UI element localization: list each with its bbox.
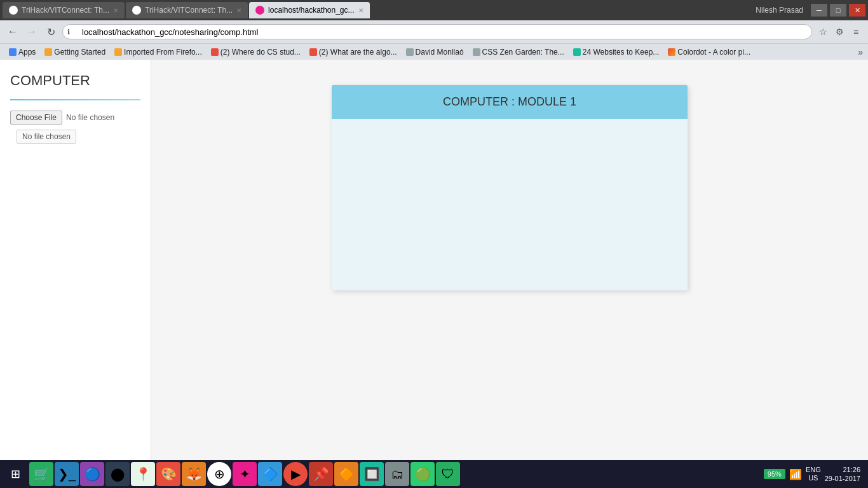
title-bar: TriHack/VITConnect: Th... ✕ TriHack/VITC… — [0, 0, 868, 20]
sidebar-title: COMPUTER — [10, 72, 140, 89]
bookmark-david-label: David Monllaó — [416, 48, 464, 57]
taskbar-battery: 95% — [764, 469, 785, 479]
tab-1[interactable]: TriHack/VITConnect: Th... ✕ — [3, 2, 125, 18]
taskbar-locale: ENG US — [806, 466, 821, 482]
bookmark-css-label: CSS Zen Garden: The... — [482, 48, 564, 57]
module-body — [332, 119, 688, 290]
clock-date: 29-01-2017 — [825, 474, 860, 483]
bookmark-cs1-label: (2) Where do CS stud... — [220, 48, 301, 57]
module-header: COMPUTER : MODULE 1 — [332, 85, 688, 119]
start-button[interactable]: ⊞ — [3, 461, 28, 487]
bookmark-getting-started[interactable]: Getting Started — [41, 46, 109, 58]
address-input[interactable] — [62, 24, 812, 39]
taskbar-icon-shield[interactable]: 🛡 — [436, 462, 460, 486]
tab-2[interactable]: TriHack/VITConnect: Th... ✕ — [126, 2, 248, 18]
bookmark-color[interactable]: Colordot - A color pi... — [664, 46, 754, 58]
bookmarks-bar: Apps Getting Started Imported From Firef… — [0, 43, 868, 60]
tab-close-2[interactable]: ✕ — [236, 7, 241, 14]
bookmark-david-icon — [406, 48, 414, 56]
maximize-button[interactable]: □ — [830, 4, 846, 17]
taskbar-icon-app4[interactable]: ⬤ — [105, 462, 130, 486]
taskbar-icon-paint[interactable]: 🎨 — [156, 462, 180, 486]
taskbar-right: 95% 📶 ENG US 21:26 29-01-2017 — [764, 465, 865, 484]
main-content: COMPUTER : MODULE 1 — [151, 60, 868, 460]
file-input-row: Choose File No file chosen — [10, 111, 140, 125]
lock-icon: ℹ — [67, 28, 70, 36]
minimize-button[interactable]: ─ — [811, 4, 827, 17]
star-button[interactable]: ☆ — [816, 25, 830, 39]
browser-window: TriHack/VITConnect: Th... ✕ TriHack/VITC… — [0, 0, 868, 488]
tab-favicon-1 — [9, 6, 18, 15]
bookmark-cs2-label: (2) What are the algo... — [319, 48, 397, 57]
bookmark-24-icon — [573, 48, 581, 56]
taskbar-clock: 21:26 29-01-2017 — [825, 465, 860, 484]
tab-close-3[interactable]: ✕ — [358, 7, 363, 14]
bookmark-cs1[interactable]: (2) Where do CS stud... — [207, 46, 304, 58]
bookmark-apps[interactable]: Apps — [5, 46, 39, 58]
bookmarks-more-button[interactable]: » — [858, 47, 863, 57]
browser-content: COMPUTER Choose File No file chosen No f… — [0, 60, 868, 460]
bookmark-apps-label: Apps — [18, 48, 36, 57]
choose-file-button[interactable]: Choose File — [10, 111, 62, 125]
tab-favicon-2 — [132, 6, 141, 15]
taskbar-icon-files[interactable]: 🗂 — [385, 462, 409, 486]
tab-label-3: localhost/hackathon_gc... — [268, 6, 354, 15]
forward-button[interactable]: → — [24, 24, 39, 39]
bookmark-color-label: Colordot - A color pi... — [677, 48, 750, 57]
bookmark-css-icon — [473, 48, 480, 56]
file-chosen-text: No file chosen — [66, 113, 114, 122]
taskbar-icon-red2[interactable]: 📌 — [309, 462, 333, 486]
back-button[interactable]: ← — [5, 24, 20, 39]
bookmark-24[interactable]: 24 Websites to Keep... — [569, 46, 663, 58]
bookmark-imp-icon — [114, 48, 122, 56]
menu-button[interactable]: ≡ — [849, 25, 863, 39]
taskbar-icon-chrome[interactable]: ⊕ — [207, 462, 231, 486]
close-button[interactable]: ✕ — [849, 4, 865, 17]
taskbar-icon-firefox[interactable]: 🦊 — [182, 462, 206, 486]
tab-favicon-3 — [255, 6, 264, 15]
window-controls: Nilesh Prasad ─ □ ✕ — [756, 4, 865, 17]
taskbar-icon-powershell[interactable]: ❯_ — [55, 462, 79, 486]
taskbar-signal: 📶 — [789, 468, 802, 480]
file-tooltip: No file chosen — [17, 130, 76, 144]
reload-button[interactable]: ↻ — [43, 24, 58, 39]
bookmark-imp-label: Imported From Firefo... — [124, 48, 202, 57]
taskbar-icon-cube[interactable]: 🔷 — [258, 462, 282, 486]
bookmark-cs2-icon — [309, 48, 317, 56]
taskbar: ⊞ 🛒 ❯_ 🔵 ⬤ 📍 🎨 🦊 ⊕ ✦ 🔷 ▶ 📌 🔶 🔲 🗂 🟢 🛡 95%… — [0, 460, 868, 488]
bookmark-gs-label: Getting Started — [54, 48, 105, 57]
bookmark-24-label: 24 Websites to Keep... — [583, 48, 660, 57]
taskbar-icon-app3[interactable]: 🔵 — [80, 462, 104, 486]
extensions-button[interactable]: ⚙ — [832, 25, 846, 39]
module-card: COMPUTER : MODULE 1 — [332, 85, 688, 290]
taskbar-icon-teal[interactable]: 🔲 — [360, 462, 384, 486]
address-bar: ← → ↻ ℹ ☆ ⚙ ≡ — [0, 20, 868, 43]
bookmark-david[interactable]: David Monllaó — [402, 46, 468, 58]
bookmark-apps-icon — [9, 48, 17, 56]
sidebar-divider — [10, 99, 140, 100]
sidebar: COMPUTER Choose File No file chosen No f… — [0, 60, 151, 460]
bookmark-css[interactable]: CSS Zen Garden: The... — [469, 46, 568, 58]
tab-label-1: TriHack/VITConnect: Th... — [22, 6, 109, 15]
address-icons: ☆ ⚙ ≡ — [816, 25, 863, 39]
bookmark-gs-icon — [44, 48, 52, 56]
tab-close-1[interactable]: ✕ — [113, 7, 118, 14]
taskbar-icon-store[interactable]: 🛒 — [29, 462, 53, 486]
bookmark-color-icon — [668, 48, 675, 56]
bookmark-imported[interactable]: Imported From Firefo... — [111, 46, 206, 58]
taskbar-icon-orange[interactable]: 🔶 — [334, 462, 358, 486]
address-wrapper: ℹ — [62, 24, 812, 39]
taskbar-icon-pink[interactable]: ✦ — [233, 462, 257, 486]
bookmark-cs1-icon — [211, 48, 219, 56]
user-name: Nilesh Prasad — [756, 6, 803, 15]
tab-label-2: TriHack/VITConnect: Th... — [145, 6, 233, 15]
file-tooltip-wrapper: No file chosen — [10, 130, 140, 144]
taskbar-icon-video[interactable]: ▶ — [283, 462, 308, 486]
taskbar-icon-maps[interactable]: 📍 — [131, 462, 155, 486]
tab-3[interactable]: localhost/hackathon_gc... ✕ — [249, 2, 369, 18]
bookmark-cs2[interactable]: (2) What are the algo... — [306, 46, 401, 58]
clock-time: 21:26 — [825, 465, 860, 474]
taskbar-icon-green2[interactable]: 🟢 — [410, 462, 435, 486]
